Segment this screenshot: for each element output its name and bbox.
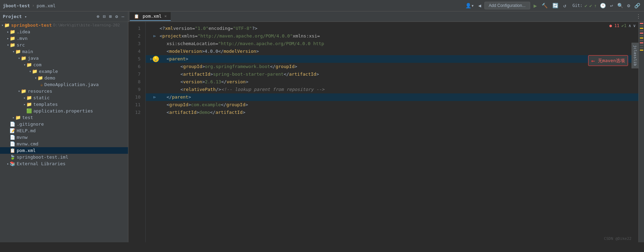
sidebar-item-demo[interactable]: ▾ 📁 demo xyxy=(0,75,128,81)
tab-pomxml-icon: 📋 xyxy=(134,14,139,19)
reload-button[interactable]: ↺ xyxy=(562,3,567,8)
minimap-line-4 xyxy=(640,40,643,41)
minimap-line-6 xyxy=(640,47,643,48)
line-num-10: 10 xyxy=(128,93,143,101)
sidebar-item-static[interactable]: ▸ 📁 static xyxy=(0,94,128,101)
sidebar-close-icon[interactable]: — xyxy=(120,14,125,19)
collapse-all-icon[interactable]: ⊟ xyxy=(102,14,107,19)
run-button[interactable]: ▶ xyxy=(532,2,539,9)
settings-icon[interactable]: ⚙ xyxy=(626,3,631,8)
jclasslib-tab[interactable]: jclasslib xyxy=(632,43,638,68)
test-folder-icon: 📁 xyxy=(15,115,21,120)
minimap-error-3 xyxy=(640,42,643,43)
code-line-12: <artifactId>demo</artifactId> xyxy=(146,109,638,116)
code-line-10: ⊳ </parent> xyxy=(146,93,638,101)
sidebar-item-external-libraries[interactable]: ▸ 📚 External Libraries xyxy=(0,160,128,167)
line-numbers: 1 2 3 4 5 6 7 8 9 10 11 12 xyxy=(128,22,146,242)
code-line-6: <groupId>org.springframework.boot</group… xyxy=(146,63,638,70)
title-bar: jboot-test › pom.xml 👤▾ ◀ Add Configurat… xyxy=(0,0,644,11)
project-name: jboot-test xyxy=(3,3,30,8)
sidebar-item-pomxml[interactable]: 📋 pom.xml xyxy=(0,147,128,154)
watermark: CSDN @Dike22 xyxy=(604,236,632,241)
history-icon[interactable]: 🕐 xyxy=(599,3,607,8)
search-icon[interactable]: 🔍 xyxy=(616,3,624,8)
tree-root[interactable]: ▾ 📁 springboot-test D:\Work\git\bite-lea… xyxy=(0,22,128,28)
sidebar-settings-icon[interactable]: ⚙ xyxy=(114,14,119,19)
external-icon[interactable]: 🔗 xyxy=(633,3,641,8)
ext-folder-icon: 📚 xyxy=(10,161,15,166)
sidebar-icons: ⊕ ⊟ ⊞ ⚙ — xyxy=(96,14,125,19)
ext-arrow: ▸ xyxy=(7,162,9,166)
static-folder-icon: 📁 xyxy=(26,95,32,100)
line-num-4: 4 xyxy=(128,48,143,55)
sidebar-item-mvnwcmd[interactable]: 📄 mvnw.cmd xyxy=(0,141,128,147)
minimap-warning-1 xyxy=(640,28,643,29)
line-num-9: 9 xyxy=(128,86,143,93)
sidebar-item-example[interactable]: ▾ 📁 example xyxy=(0,68,128,75)
props-file-icon: 🟩 xyxy=(26,108,32,114)
bookmark-10-icon: ⊳ xyxy=(153,93,155,101)
annotation-text: 无maven选项 xyxy=(598,58,625,64)
sidebar-item-gitignore[interactable]: 📄 .gitignore xyxy=(0,121,128,127)
pomxml-icon: 📋 xyxy=(10,148,15,153)
back-icon[interactable]: ◀ xyxy=(477,3,482,8)
mvn-arrow: ▸ xyxy=(7,36,9,40)
sidebar-item-demoapplication[interactable]: ☕ DemoApplication.java xyxy=(0,81,128,88)
gutter-2: ⊳ xyxy=(149,32,160,40)
sidebar-header: Project ▾ ⊕ ⊟ ⊞ ⚙ — xyxy=(0,11,128,22)
code-line-7: <artifactId>spring-boot-starter-parent</… xyxy=(146,70,638,78)
rebuild-button[interactable]: 🔄 xyxy=(551,3,560,8)
line-num-5: 5 xyxy=(128,55,143,63)
resources-arrow: ▾ xyxy=(18,89,20,93)
minimap-line-3 xyxy=(640,35,643,36)
sidebar-item-src[interactable]: ▾ 📁 src xyxy=(0,42,128,48)
expand-all-icon[interactable]: ⊞ xyxy=(108,14,113,19)
warn-5-icon: 💡 xyxy=(153,56,159,62)
test-arrow: ▸ xyxy=(12,116,15,119)
sidebar-item-application-props[interactable]: 🟩 application.properties xyxy=(0,108,128,114)
minimap-warning-3 xyxy=(640,50,643,51)
main-layout: Project ▾ ⊕ ⊟ ⊞ ⚙ — ▾ 📁 springboot-test … xyxy=(0,11,644,242)
sidebar-item-idea[interactable]: ▸ 📁 .idea xyxy=(0,28,128,35)
sidebar-item-mvn[interactable]: ▸ 📁 .mvn xyxy=(0,35,128,42)
new-file-icon[interactable]: ⊕ xyxy=(96,14,101,19)
right-scrollbar[interactable] xyxy=(638,22,644,242)
src-folder-icon: 📁 xyxy=(10,42,15,48)
com-folder-icon: 📁 xyxy=(26,62,32,67)
git-push-icon[interactable]: ↑ xyxy=(594,3,597,8)
code-line-1: <?xml version="1.0" encoding="UTF-8"?> xyxy=(146,25,638,32)
sidebar-item-templates[interactable]: ▸ 📁 templates xyxy=(0,101,128,108)
annotation-arrow-icon: ← xyxy=(591,57,595,64)
sidebar-item-test[interactable]: ▸ 📁 test xyxy=(0,114,128,121)
editor-content[interactable]: ● 11 ✔1 ∧ ∨ 1 2 3 4 5 6 7 8 9 10 11 12 xyxy=(128,22,644,242)
sidebar-item-java[interactable]: ▾ 📁 java xyxy=(0,55,128,61)
line-num-7: 7 xyxy=(128,70,143,78)
code-editor[interactable]: <?xml version="1.0" encoding="UTF-8"?> ⊳… xyxy=(146,22,638,242)
add-configuration-button[interactable]: Add Configuration... xyxy=(484,2,530,9)
sidebar-item-main[interactable]: ▾ 📁 main xyxy=(0,48,128,55)
sidebar-item-com[interactable]: ▾ 📁 com xyxy=(0,61,128,68)
java-folder-icon: 📁 xyxy=(21,56,26,61)
bookmark-2-icon: ⊳ xyxy=(153,32,155,40)
gutter-10: ⊳ xyxy=(149,93,160,101)
minimap-error-2 xyxy=(640,33,643,34)
code-line-2: ⊳ <project xmlns="http://maven.apache.or… xyxy=(146,32,638,40)
templates-arrow: ▸ xyxy=(24,102,26,106)
tab-pomxml-close[interactable]: ✕ xyxy=(164,14,167,18)
profile-icon[interactable]: 👤▾ xyxy=(464,3,475,8)
idea-arrow: ▸ xyxy=(7,30,9,34)
sidebar-item-resources[interactable]: ▾ 📁 resources xyxy=(0,88,128,94)
undo-icon[interactable]: ↩ xyxy=(609,3,614,8)
tab-pomxml[interactable]: 📋 pom.xml ✕ xyxy=(130,12,171,21)
code-line-9: <relativePath/> <!-- lookup parent from … xyxy=(146,86,638,93)
line-num-3: 3 xyxy=(128,40,143,48)
mvn-folder-icon: 📁 xyxy=(10,36,15,41)
line-num-2: 2 xyxy=(128,32,143,40)
sidebar-item-helpmd[interactable]: 📝 HELP.md xyxy=(0,127,128,134)
tab-menu-button[interactable]: ⋮ xyxy=(634,13,643,20)
sidebar-item-springboot-iml[interactable]: 🍃 springboot-test.iml xyxy=(0,154,128,160)
line-num-8: 8 xyxy=(128,78,143,86)
sidebar-item-mvnw[interactable]: 📄 mvnw xyxy=(0,134,128,141)
minimap-warning-2 xyxy=(640,37,643,39)
build-button[interactable]: 🔨 xyxy=(540,3,549,8)
